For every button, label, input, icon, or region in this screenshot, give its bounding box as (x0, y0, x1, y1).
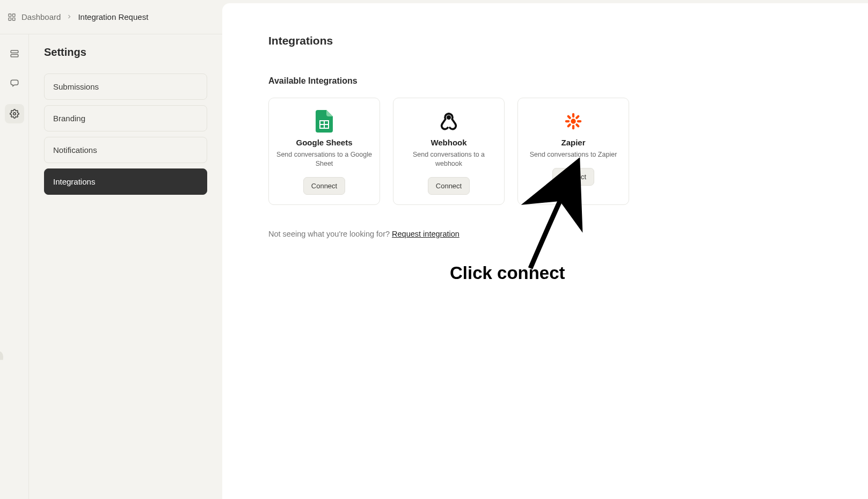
icon-rail (0, 34, 29, 499)
svg-point-6 (13, 113, 16, 115)
card-desc: Send conversations to a webhook (401, 150, 497, 168)
settings-sidebar: Settings Submissions Branding Notificati… (29, 34, 222, 499)
breadcrumb-root[interactable]: Dashboard (21, 12, 61, 21)
connect-button-google-sheets[interactable]: Connect (303, 177, 345, 195)
zapier-icon (564, 108, 582, 135)
svg-rect-17 (567, 123, 572, 128)
svg-rect-16 (572, 125, 574, 130)
svg-rect-4 (11, 50, 18, 53)
card-desc: Send conversations to a Google Sheet (276, 150, 372, 168)
chat-icon[interactable] (5, 74, 24, 93)
svg-rect-1 (12, 14, 15, 17)
svg-rect-15 (575, 123, 580, 128)
svg-rect-12 (572, 113, 574, 118)
card-zapier: Zapier Send conversations to Zapier Conn… (517, 98, 629, 205)
svg-rect-5 (11, 55, 18, 57)
page-title: Integrations (268, 34, 822, 47)
svg-rect-19 (567, 115, 572, 120)
svg-rect-3 (12, 18, 15, 20)
svg-rect-14 (577, 120, 582, 122)
settings-item-notifications[interactable]: Notifications (44, 137, 207, 163)
settings-title: Settings (44, 46, 207, 58)
request-integration-link[interactable]: Request integration (392, 230, 459, 238)
connect-button-zapier[interactable]: Connect (552, 168, 594, 186)
settings-item-submissions[interactable]: Submissions (44, 74, 207, 100)
breadcrumb-current: Integration Request (78, 12, 148, 21)
svg-point-11 (571, 119, 575, 123)
card-google-sheets: Google Sheets Send conversations to a Go… (268, 98, 380, 205)
request-integration-line: Not seeing what you're looking for? Requ… (268, 230, 822, 238)
connect-button-webhook[interactable]: Connect (428, 177, 470, 195)
integration-cards: Google Sheets Send conversations to a Go… (268, 98, 822, 205)
gear-icon[interactable] (5, 104, 24, 123)
svg-rect-0 (9, 14, 11, 17)
chevron-right-icon (66, 12, 72, 21)
svg-point-10 (448, 116, 450, 119)
google-sheets-icon (316, 108, 333, 135)
card-title: Google Sheets (296, 138, 352, 147)
main-panel: Integrations Available Integrations Goog… (222, 3, 868, 499)
webhook-icon (438, 108, 459, 135)
grid-icon (8, 13, 16, 21)
request-prompt: Not seeing what you're looking for? (268, 230, 392, 238)
settings-item-integrations[interactable]: Integrations (44, 168, 207, 195)
card-webhook: Webhook Send conversations to a webhook … (393, 98, 505, 205)
svg-rect-18 (565, 120, 570, 122)
svg-rect-13 (575, 115, 580, 120)
card-title: Zapier (561, 138, 585, 147)
svg-rect-2 (9, 18, 11, 20)
panels-icon[interactable] (5, 44, 24, 63)
section-title: Available Integrations (268, 76, 822, 86)
card-title: Webhook (431, 138, 466, 147)
settings-item-branding[interactable]: Branding (44, 105, 207, 131)
card-desc: Send conversations to Zapier (530, 150, 617, 159)
